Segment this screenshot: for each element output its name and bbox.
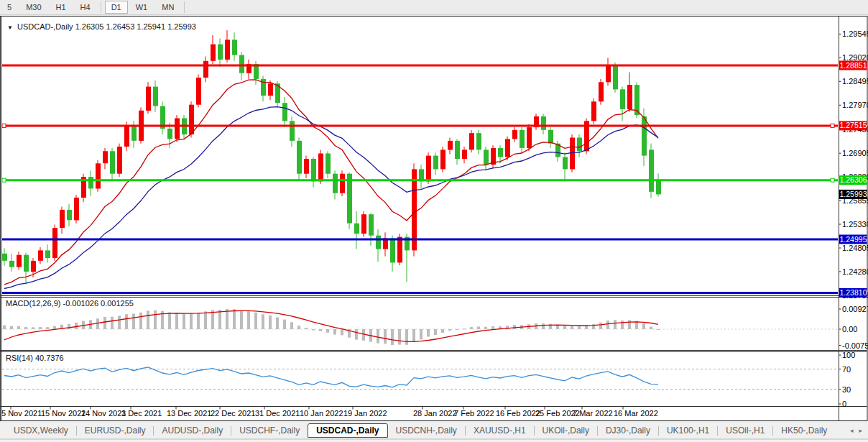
price-axis-label: 1.29545 bbox=[842, 29, 868, 38]
chart-tab-hk50-daily[interactable]: HK50-,Daily bbox=[775, 424, 834, 437]
svg-text:1.23810: 1.23810 bbox=[840, 288, 867, 297]
price-badge-1.28851: 1.28851 bbox=[839, 61, 867, 70]
date-axis-label: 7 Mar 2022 bbox=[573, 409, 613, 418]
line-handle[interactable] bbox=[831, 178, 834, 182]
svg-text:1.28851: 1.28851 bbox=[840, 61, 867, 70]
status-strip bbox=[0, 439, 868, 442]
price-badge-1.24995: 1.24995 bbox=[839, 235, 867, 244]
rsi-axis-label: 0 bbox=[842, 400, 846, 408]
symbol-dropdown-icon[interactable]: ▼ bbox=[7, 24, 13, 31]
chart-window: ▼USDCAD-,Daily 1.26305 1.26453 1.25941 1… bbox=[0, 14, 868, 423]
date-axis-label: 10 Jan 2022 bbox=[300, 409, 343, 418]
toolbar-separator bbox=[184, 1, 185, 13]
date-axis-label: 7 Feb 2022 bbox=[454, 409, 494, 418]
svg-text:1.27515: 1.27515 bbox=[840, 121, 867, 129]
svg-text:1.24995: 1.24995 bbox=[840, 235, 867, 244]
date-axis-label: 16 Mar 2022 bbox=[614, 409, 658, 418]
chart-tab-eurusd-daily[interactable]: EURUSD-,Daily bbox=[78, 424, 152, 437]
symbol-tab-bar: USDX,WeeklyEURUSD-,DailyAUDUSD-,DailyUSD… bbox=[0, 423, 868, 439]
date-axis-label: 5 Nov 2021 bbox=[1, 409, 42, 418]
chart-tab-usdcad-daily[interactable]: USDCAD-,Daily bbox=[308, 423, 387, 438]
tab-separator bbox=[772, 426, 773, 436]
line-handle[interactable] bbox=[2, 124, 6, 127]
date-axis-label: 22 Dec 2021 bbox=[211, 409, 255, 418]
macd-axis-label: 0.00 bbox=[842, 325, 857, 333]
price-axis-label: 1.27970 bbox=[842, 101, 868, 109]
timeframe-button-h1[interactable]: H1 bbox=[50, 1, 73, 14]
tab-separator bbox=[658, 426, 659, 436]
date-axis-label: 16 Feb 2022 bbox=[496, 409, 540, 418]
svg-text:1.25993: 1.25993 bbox=[840, 190, 867, 198]
timeframe-button-mn[interactable]: MN bbox=[155, 1, 180, 14]
price-axis-label: 1.25330 bbox=[842, 220, 868, 229]
rsi-axis-label: 100 bbox=[842, 351, 855, 359]
tab-separator bbox=[231, 426, 231, 436]
timeframe-button-w1[interactable]: W1 bbox=[129, 1, 154, 14]
chart-tab-dj30-daily[interactable]: DJ30-,Daily bbox=[599, 424, 657, 437]
svg-text:1.26306: 1.26306 bbox=[840, 175, 867, 184]
date-axis-label: 24 Nov 2021 bbox=[81, 409, 126, 418]
chart-tab-usdchf-daily[interactable]: USDCHF-,Daily bbox=[233, 424, 306, 437]
chart-window-frame bbox=[1, 17, 868, 421]
chart-tab-usdcnh-daily[interactable]: USDCNH-,Daily bbox=[389, 424, 463, 437]
line-handle[interactable] bbox=[2, 178, 6, 182]
tab-separator bbox=[153, 426, 154, 436]
chart-tab-uk100-h1[interactable]: UK100-,H1 bbox=[660, 424, 716, 437]
chart-tab-ukoil-daily[interactable]: UKOil-,Daily bbox=[536, 424, 596, 437]
price-badge-1.23810: 1.23810 bbox=[839, 288, 867, 298]
tab-scroll-right-icon[interactable]: ▸ bbox=[859, 427, 862, 434]
date-axis-label: 28 Jan 2022 bbox=[413, 409, 457, 418]
current-price-badge: 1.25993 bbox=[839, 190, 867, 199]
timeframe-button-5[interactable]: 5 bbox=[1, 1, 18, 14]
tab-separator bbox=[597, 426, 598, 436]
mt4-application: 5M30H1H4D1W1MN ▼USDCAD-,Daily 1.26305 1.… bbox=[0, 0, 868, 442]
timeframe-button-h4[interactable]: H4 bbox=[74, 1, 97, 14]
macd-axis-label: 0.009278 bbox=[842, 305, 868, 313]
date-axis-label: 31 Dec 2021 bbox=[255, 409, 300, 418]
chart-tab-xauusd-h1[interactable]: XAUUSD-,H1 bbox=[467, 424, 532, 437]
rsi-label: RSI(14) 40.7376 bbox=[6, 354, 64, 362]
rsi-axis-label: 70 bbox=[842, 365, 851, 374]
toolbar-separator bbox=[101, 1, 101, 13]
price-badge-1.26306: 1.26306 bbox=[839, 175, 867, 185]
chart-tab-usdx-weekly[interactable]: USDX,Weekly bbox=[7, 424, 75, 437]
chart-title: USDCAD-,Daily 1.26305 1.26453 1.25941 1.… bbox=[17, 22, 196, 31]
date-axis-label: 15 Nov 2021 bbox=[41, 409, 86, 418]
rsi-axis-label: 30 bbox=[842, 385, 851, 394]
macd-label: MACD(12,26,9) -0.001026 0.001255 bbox=[6, 299, 134, 308]
timeframe-button-m30[interactable]: M30 bbox=[19, 1, 47, 14]
macd-axis-label: -0.007504 bbox=[842, 341, 868, 350]
price-badge-1.27515: 1.27515 bbox=[839, 121, 867, 130]
date-axis-label: 13 Dec 2021 bbox=[167, 409, 211, 418]
timeframe-toolbar: 5M30H1H4D1W1MN bbox=[0, 0, 868, 15]
tab-scroll-left-icon[interactable]: ◂ bbox=[850, 427, 854, 434]
tab-separator bbox=[717, 426, 718, 436]
chart-tab-audusd-daily[interactable]: AUDUSD-,Daily bbox=[155, 424, 229, 437]
tab-separator bbox=[76, 426, 77, 436]
price-axis-label: 1.24805 bbox=[842, 244, 868, 252]
date-axis-label: 19 Jan 2022 bbox=[343, 409, 387, 418]
line-handle[interactable] bbox=[831, 124, 834, 127]
date-axis-label: 3 Dec 2021 bbox=[121, 409, 162, 418]
price-axis-label: 1.24280 bbox=[842, 267, 868, 276]
chart-tab-usoil-h1[interactable]: USOil-,H1 bbox=[719, 424, 771, 437]
tab-separator bbox=[534, 426, 535, 436]
tab-separator bbox=[465, 426, 466, 436]
price-axis-label: 1.26905 bbox=[842, 149, 868, 157]
price-axis-label: 1.28495 bbox=[842, 77, 868, 86]
timeframe-button-d1[interactable]: D1 bbox=[105, 1, 128, 14]
